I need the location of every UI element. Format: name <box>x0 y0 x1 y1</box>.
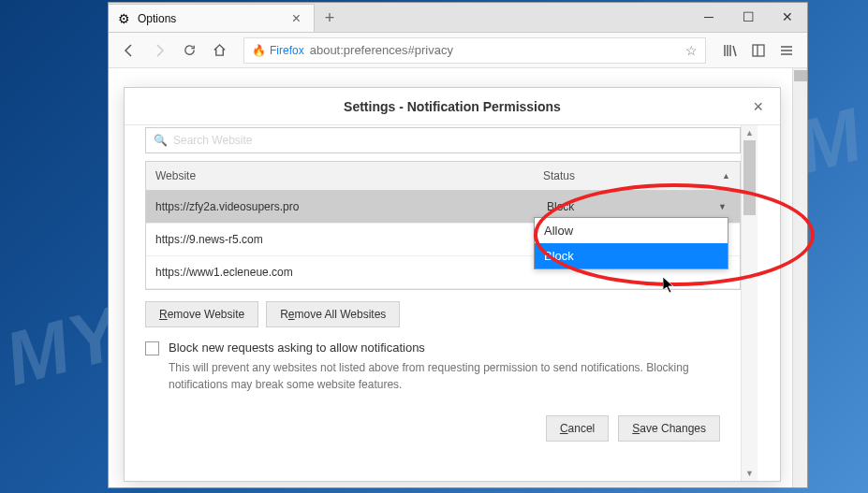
remove-website-button[interactable]: Remove Website <box>145 301 258 327</box>
modal-footer: Cancel Save Changes <box>145 406 741 455</box>
checkbox-description: This will prevent any websites not liste… <box>169 359 741 393</box>
library-icon[interactable] <box>717 37 743 64</box>
permissions-table: Website Status ▲ https://zfy2a.videosupe… <box>145 161 741 290</box>
modal-main: 🔍 Search Website Website Status ▲ <box>125 125 741 481</box>
modal-scroll-thumb[interactable] <box>743 140 756 215</box>
tab-bar: ⚙ Options × + ─ ☐ ✕ <box>109 3 807 33</box>
tab-options[interactable]: ⚙ Options × <box>109 4 315 32</box>
modal-title: Settings - Notification Permissions <box>344 99 561 114</box>
new-tab-button[interactable]: + <box>315 4 345 32</box>
cancel-button[interactable]: Cancel <box>546 415 609 442</box>
dropdown-option-block[interactable]: Block <box>535 243 728 268</box>
gear-icon: ⚙ <box>118 11 130 26</box>
menu-icon[interactable] <box>773 37 800 64</box>
notification-permissions-modal: Settings - Notification Permissions × 🔍 … <box>124 87 781 482</box>
address-bar[interactable]: 🔥 Firefox about:preferences#privacy ☆ <box>243 37 706 64</box>
status-dropdown: Allow Block <box>534 217 728 269</box>
reload-button[interactable] <box>176 37 202 64</box>
table-header: Website Status ▲ <box>146 162 740 191</box>
toolbar-right <box>717 37 800 64</box>
sidebar-icon[interactable] <box>745 37 772 64</box>
dropdown-option-allow[interactable]: Allow <box>535 218 728 243</box>
scroll-up-icon[interactable]: ▲ <box>742 125 758 140</box>
status-value: Block <box>547 200 574 213</box>
table-row[interactable]: https://zfy2a.videosupers.pro Block ▼ Al… <box>146 191 740 224</box>
search-website-input[interactable]: 🔍 Search Website <box>145 127 741 153</box>
minimize-button[interactable]: ─ <box>689 3 728 31</box>
toolbar: 🔥 Firefox about:preferences#privacy ☆ <box>109 33 807 68</box>
firefox-icon: 🔥 <box>252 44 266 57</box>
url-text: about:preferences#privacy <box>310 43 685 57</box>
close-window-button[interactable]: ✕ <box>768 3 807 31</box>
block-new-requests-row: Block new requests asking to allow notif… <box>145 341 741 355</box>
sort-icon: ▲ <box>722 171 730 181</box>
btn-label: move All Websites <box>295 308 387 321</box>
forward-button[interactable] <box>146 37 172 64</box>
btn-label: emove Website <box>168 308 244 321</box>
column-status[interactable]: Status ▲ <box>534 162 740 190</box>
column-status-label: Status <box>543 169 575 182</box>
maximize-button[interactable]: ☐ <box>728 3 768 31</box>
scrollbar-thumb[interactable] <box>794 70 807 81</box>
modal-close-button[interactable]: × <box>745 95 771 119</box>
remove-all-button[interactable]: Remove All Websites <box>266 301 400 327</box>
website-cell: https://9.news-r5.com <box>146 224 534 255</box>
tab-title: Options <box>138 12 288 25</box>
browser-window: ⚙ Options × + ─ ☐ ✕ 🔥 Firefox about:pref… <box>108 2 808 488</box>
tab-close-icon[interactable]: × <box>288 10 304 27</box>
action-buttons: Remove Website Remove All Websites <box>145 301 741 327</box>
home-button[interactable] <box>206 37 232 64</box>
svg-rect-0 <box>753 45 764 56</box>
search-icon: 🔍 <box>154 134 168 147</box>
url-prefix: Firefox <box>270 44 304 57</box>
modal-body: 🔍 Search Website Website Status ▲ <box>125 125 780 481</box>
search-placeholder: Search Website <box>173 134 253 147</box>
status-cell[interactable]: Block ▼ Allow Block <box>534 191 740 223</box>
checkbox-label: Block new requests asking to allow notif… <box>169 341 425 355</box>
window-controls: ─ ☐ ✕ <box>689 3 807 31</box>
website-cell: https://www1.ecleneue.com <box>146 256 534 288</box>
block-new-requests-checkbox[interactable] <box>145 341 159 355</box>
modal-scrollbar[interactable]: ▲ ▼ <box>741 125 758 481</box>
back-button[interactable] <box>116 37 142 64</box>
website-cell: https://zfy2a.videosupers.pro <box>146 191 534 223</box>
content-area: Settings - Notification Permissions × 🔍 … <box>109 68 807 487</box>
bookmark-star-icon[interactable]: ☆ <box>685 43 698 58</box>
modal-header: Settings - Notification Permissions × <box>125 88 780 125</box>
chevron-down-icon: ▼ <box>718 202 727 211</box>
save-changes-button[interactable]: Save Changes <box>618 415 720 442</box>
scroll-down-icon[interactable]: ▼ <box>742 466 758 481</box>
status-select[interactable]: Block ▼ <box>543 196 730 217</box>
page-scrollbar[interactable] <box>792 68 807 487</box>
column-website[interactable]: Website <box>146 162 534 190</box>
